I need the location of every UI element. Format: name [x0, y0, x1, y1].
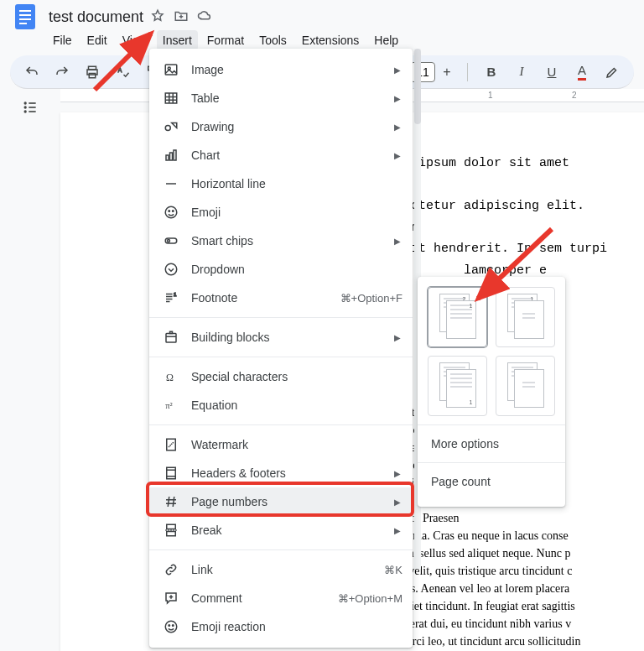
underline-button[interactable]: U [540, 60, 564, 84]
svg-text:π²: π² [165, 401, 172, 410]
menu-item-label: Break [191, 523, 387, 537]
menu-separator [149, 317, 413, 318]
chart-icon [163, 147, 179, 164]
menu-file[interactable]: File [47, 30, 78, 50]
menu-item-label: Footnote [191, 291, 340, 305]
menu-item-label: Table [191, 91, 387, 105]
menu-item-label: Equation [191, 398, 402, 412]
menu-item-label: Link [191, 563, 384, 576]
menu-item-footnote[interactable]: 1Footnote⌘+Option+F [149, 284, 413, 312]
menu-item-page-numbers[interactable]: Page numbers▶ [149, 487, 413, 516]
font-size-increase[interactable]: + [439, 65, 455, 80]
omega-icon: Ω [163, 368, 179, 385]
move-folder-icon[interactable] [174, 8, 189, 26]
svg-line-60 [478, 229, 552, 299]
cloud-status-icon[interactable] [197, 8, 212, 26]
menu-item-chart[interactable]: Chart▶ [149, 141, 413, 169]
menu-item-shortcut: ⌘+Option+F [340, 292, 402, 305]
page-number-option-bottom-right-skip-first[interactable]: 1 [496, 356, 555, 416]
page-number-option-bottom-right-all[interactable]: 2 1 [428, 356, 487, 416]
submenu-arrow-icon: ▶ [394, 65, 402, 75]
headers-icon [163, 465, 179, 482]
menu-item-watermark[interactable]: Watermark [149, 430, 413, 459]
document-title[interactable]: test document [49, 8, 143, 26]
svg-rect-25 [174, 150, 176, 160]
menu-item-building-blocks[interactable]: Building blocks▶ [149, 323, 413, 352]
dropdown-icon [163, 261, 179, 278]
text-color-button[interactable]: A [570, 60, 594, 84]
svg-point-27 [165, 206, 177, 218]
menu-item-emoji[interactable]: Emoji [149, 198, 413, 227]
submenu-arrow-icon: ▶ [394, 526, 402, 535]
ruler-tick: 2 [572, 91, 577, 100]
menu-item-label: Watermark [191, 438, 402, 451]
menu-item-label: Headers & footers [191, 466, 387, 480]
svg-rect-15 [165, 65, 177, 75]
pi-icon: π² [163, 397, 179, 414]
svg-point-28 [169, 211, 170, 212]
menu-item-comment[interactable]: Comment⌘+Option+M [149, 584, 413, 612]
menu-item-label: Dropdown [191, 263, 402, 276]
svg-rect-38 [166, 334, 176, 343]
menu-item-table[interactable]: Table▶ [149, 84, 413, 112]
annotation-arrow [468, 225, 560, 309]
redo-button[interactable] [50, 60, 74, 84]
bold-button[interactable]: B [480, 60, 503, 84]
menu-item-dropdown[interactable]: Dropdown [149, 255, 413, 284]
svg-point-58 [173, 625, 174, 627]
menu-item-drawing[interactable]: Drawing▶ [149, 112, 413, 141]
outline-toggle-icon[interactable] [22, 99, 39, 648]
hash-icon [163, 493, 179, 510]
svg-point-11 [24, 111, 26, 112]
menu-item-headers-footers[interactable]: Headers & footers▶ [149, 459, 413, 487]
svg-text:Ω: Ω [166, 372, 174, 383]
menu-item-special-characters[interactable]: ΩSpecial characters [149, 362, 413, 391]
svg-point-31 [168, 240, 170, 242]
menu-extensions[interactable]: Extensions [296, 30, 365, 50]
svg-point-22 [165, 126, 170, 131]
titlebar: test document [0, 0, 644, 27]
undo-button[interactable] [20, 60, 44, 84]
watermark-icon [163, 436, 179, 453]
menu-item-smart-chips[interactable]: Smart chips▶ [149, 227, 413, 255]
italic-button[interactable]: I [510, 60, 533, 84]
menu-item-label: Smart chips [191, 234, 387, 247]
menu-tools[interactable]: Tools [253, 30, 293, 50]
svg-rect-44 [167, 467, 176, 479]
svg-point-32 [165, 263, 177, 275]
svg-line-47 [168, 497, 169, 507]
menu-item-link[interactable]: Link⌘K [149, 555, 413, 584]
svg-line-48 [173, 497, 174, 507]
star-icon[interactable] [150, 8, 165, 26]
svg-point-56 [165, 621, 177, 633]
menu-format[interactable]: Format [201, 30, 250, 50]
svg-rect-23 [166, 155, 169, 160]
menu-item-horizontal-line[interactable]: Horizontal line [149, 169, 413, 198]
emoji-icon [163, 204, 179, 221]
menu-item-label: Drawing [191, 120, 387, 133]
menu-item-shortcut: ⌘+Option+M [338, 592, 402, 605]
svg-rect-1 [19, 10, 31, 12]
svg-rect-42 [167, 439, 176, 450]
menu-item-emoji-reaction[interactable]: Emoji reaction [149, 612, 413, 641]
comment-icon [163, 590, 179, 607]
highlight-button[interactable] [600, 60, 624, 84]
page-numbers-more-options[interactable]: More options [428, 429, 555, 459]
menu-item-label: Image [191, 63, 387, 76]
menu-item-break[interactable]: Break▶ [149, 516, 413, 544]
emoji-icon [163, 618, 179, 635]
menu-item-image[interactable]: Image▶ [149, 55, 413, 84]
menu-scrollbar-thumb[interactable] [414, 49, 421, 124]
page-numbers-page-count[interactable]: Page count [428, 466, 555, 497]
menu-item-label: Building blocks [191, 331, 387, 344]
svg-point-57 [169, 625, 170, 627]
svg-rect-51 [167, 524, 176, 529]
svg-rect-17 [165, 93, 177, 103]
submenu-arrow-icon: ▶ [394, 333, 402, 342]
menu-item-label: Emoji [191, 206, 402, 219]
svg-rect-2 [19, 14, 31, 16]
menu-item-equation[interactable]: π²Equation [149, 391, 413, 419]
svg-point-10 [24, 107, 26, 108]
menu-help[interactable]: Help [368, 30, 404, 50]
page-numbers-submenu: 2 1 1 2 1 1 More options Page count [418, 277, 565, 507]
